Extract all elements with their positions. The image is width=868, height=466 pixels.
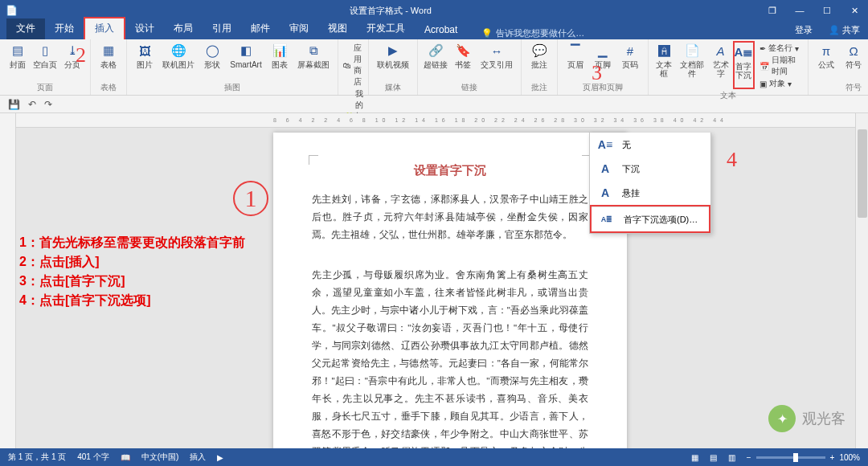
menu-tabs: 文件 开始 插入 设计 布局 引用 邮件 审阅 视图 开发工具 Acrobat …: [0, 21, 868, 39]
tab-review[interactable]: 审阅: [280, 18, 318, 39]
video-icon: ▶: [385, 43, 401, 59]
online-video-button[interactable]: ▶联机视频: [374, 41, 412, 69]
textbox-button[interactable]: 🅰文本框: [653, 41, 675, 89]
vertical-scrollbar[interactable]: [855, 113, 868, 448]
macro-icon[interactable]: ▶: [217, 453, 223, 462]
language-indicator[interactable]: 中文(中国): [141, 452, 179, 463]
document-page[interactable]: 1 设置首字下沉 先主姓刘，讳备，字玄德，涿郡涿县人，汉景帝子中山靖王胜之后也。…: [273, 133, 627, 448]
tab-developer[interactable]: 开发工具: [357, 18, 415, 39]
quick-access-toolbar: 💾 ↶ ↷: [0, 96, 868, 113]
restore-button[interactable]: ❐: [759, 0, 786, 21]
group-headerfooter-label: 页眉和页脚: [583, 81, 623, 95]
share-icon: 👤: [829, 25, 840, 35]
wordart-button[interactable]: A艺术字: [710, 41, 731, 89]
bookmark-icon: 🔖: [455, 43, 471, 59]
tab-mailings[interactable]: 邮件: [241, 18, 280, 39]
dropcap-margin[interactable]: A悬挂: [590, 181, 710, 205]
scroll-thumb[interactable]: [858, 129, 867, 218]
redo-button[interactable]: ↷: [44, 99, 52, 110]
dropcap-none[interactable]: A≡无: [590, 133, 710, 157]
smartart-button[interactable]: ◧SmartArt: [227, 41, 265, 69]
table-icon: ▦: [100, 43, 117, 59]
tab-acrobat[interactable]: Acrobat: [415, 21, 467, 39]
shapes-button[interactable]: ◯形状: [199, 41, 225, 69]
picture-icon: 🖼: [137, 43, 153, 59]
minimize-button[interactable]: —: [786, 0, 813, 21]
tab-references[interactable]: 引用: [203, 18, 241, 39]
dropcap-dropped[interactable]: A下沉: [590, 157, 710, 181]
hyperlink-button[interactable]: 🔗超链接: [423, 41, 448, 69]
word-icon: 📄: [0, 5, 23, 16]
group-symbols: π公式 Ω符号 #编号 符号: [809, 39, 868, 95]
crop-mark: [309, 155, 318, 165]
group-links-label: 链接: [461, 81, 477, 95]
tab-layout[interactable]: 布局: [164, 18, 203, 39]
cover-page-button[interactable]: ▤封面: [5, 41, 31, 69]
share-label: 共享: [842, 24, 860, 36]
close-button[interactable]: ✕: [841, 0, 868, 21]
link-icon: 🔗: [428, 43, 444, 59]
annotation-3: 3: [592, 61, 602, 85]
quickparts-button[interactable]: 📄文档部件: [677, 41, 709, 89]
picture-button[interactable]: 🖼图片: [132, 41, 158, 69]
view-web-icon[interactable]: ▥: [728, 453, 735, 462]
insert-mode[interactable]: 插入: [190, 452, 206, 463]
crossref-button[interactable]: ↔交叉引用: [477, 41, 516, 69]
zoom-out-button[interactable]: −: [747, 453, 751, 462]
zoom-in-button[interactable]: +: [830, 453, 835, 462]
doc-paragraph-1: 先主姓刘，讳备，字玄德，涿郡涿县人，汉景帝子中山靖王胜之后也。胜子贞，元狩六年封…: [312, 190, 588, 243]
ribbon: ▤封面 ▯空白页 ⤓分页 页面 ▦表格 表格 🖼图片 🌐联机图片 ◯形状 ◧Sm…: [0, 39, 868, 96]
doc-heading: 设置首字下沉: [312, 161, 588, 179]
instruction-line-1: 1：首先光标移至需要更改的段落首字前: [19, 233, 245, 252]
cover-icon: ▤: [10, 43, 26, 59]
group-links: 🔗超链接 🔖书签 ↔交叉引用 链接: [418, 39, 522, 95]
dropcap-dropdown: A≡无 A下沉 A悬挂 A≣首字下沉选项(D)…: [589, 133, 711, 234]
tab-design[interactable]: 设计: [125, 18, 164, 39]
none-icon: A≡: [596, 137, 614, 152]
equation-button[interactable]: π公式: [813, 41, 839, 69]
zoom-level[interactable]: 100%: [839, 453, 860, 462]
textbox-icon: 🅰: [656, 43, 672, 59]
table-button[interactable]: ▦表格: [96, 41, 121, 69]
blank-page-button[interactable]: ▯空白页: [32, 41, 58, 69]
comment-icon: 💬: [531, 43, 547, 59]
watermark: ✦ 观光客: [768, 405, 845, 432]
tab-insert[interactable]: 插入: [84, 17, 125, 39]
tell-me-box[interactable]: 💡告诉我您想要做什么…: [481, 27, 584, 39]
word-count[interactable]: 401 个字: [77, 452, 108, 463]
bookmark-button[interactable]: 🔖书签: [450, 41, 476, 69]
object-button[interactable]: ▣对象▾: [760, 78, 803, 89]
tab-home[interactable]: 开始: [45, 18, 84, 39]
comment-button[interactable]: 💬批注: [526, 41, 552, 69]
dropcap-options[interactable]: A≣首字下沉选项(D)…: [592, 206, 709, 231]
datetime-button[interactable]: 📅日期和时间: [760, 55, 803, 77]
share-button[interactable]: 👤共享: [821, 21, 868, 39]
group-tables: ▦表格 表格: [91, 39, 127, 95]
tab-file[interactable]: 文件: [6, 18, 45, 39]
maximize-button[interactable]: ☐: [813, 0, 841, 21]
screenshot-icon: ⧉: [305, 43, 321, 59]
page-indicator[interactable]: 第 1 页，共 1 页: [8, 452, 66, 463]
group-illustrations: 🖼图片 🌐联机图片 ◯形状 ◧SmartArt 📊图表 ⧉屏幕截图 插图: [127, 39, 338, 95]
annotation-2: 2: [76, 43, 86, 67]
tab-view[interactable]: 视图: [318, 18, 357, 39]
login-button[interactable]: 登录: [787, 21, 821, 39]
store-button[interactable]: 🛍应用商店: [343, 43, 363, 88]
symbol-button[interactable]: Ω符号: [841, 41, 866, 69]
chart-button[interactable]: 📊图表: [267, 41, 293, 69]
screenshot-button[interactable]: ⧉屏幕截图: [294, 41, 333, 69]
pagenum-button[interactable]: #页码: [617, 41, 643, 69]
signature-button[interactable]: ✒签名行▾: [760, 43, 803, 54]
view-read-icon[interactable]: ▤: [710, 453, 717, 462]
group-tables-label: 表格: [100, 81, 117, 95]
undo-button[interactable]: ↶: [28, 99, 36, 110]
spellcheck-icon[interactable]: 📖: [121, 453, 130, 462]
group-onlinemedia: ▶联机视频 媒体: [369, 39, 418, 95]
view-print-icon[interactable]: ▦: [691, 453, 698, 462]
dropcap-button[interactable]: A≣首字下沉: [733, 41, 755, 89]
header-button[interactable]: ▔页眉: [563, 41, 588, 69]
save-button[interactable]: 💾: [8, 99, 20, 110]
zoom-slider[interactable]: [756, 456, 825, 459]
online-picture-button[interactable]: 🌐联机图片: [159, 41, 198, 69]
header-icon: ▔: [567, 43, 583, 59]
